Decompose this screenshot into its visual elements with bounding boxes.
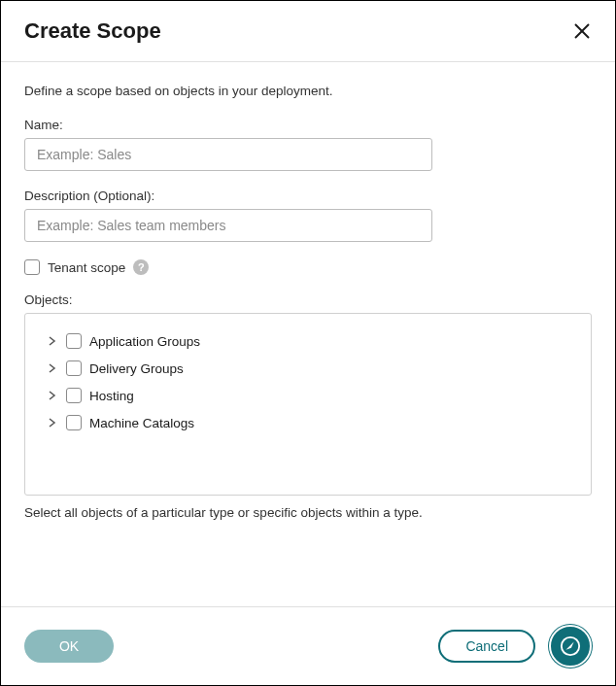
close-button[interactable] (572, 21, 592, 41)
dialog-body: Define a scope based on objects in your … (1, 62, 615, 530)
help-icon[interactable]: ? (133, 259, 149, 275)
object-row-machine-catalogs: Machine Catalogs (41, 409, 575, 436)
intro-text: Define a scope based on objects in your … (24, 84, 592, 98)
chevron-right-icon[interactable] (47, 417, 58, 429)
object-label: Hosting (89, 389, 134, 403)
name-input[interactable] (24, 138, 432, 171)
object-label: Delivery Groups (89, 361, 184, 376)
footer-right: Cancel (438, 625, 592, 668)
chevron-right-icon[interactable] (47, 362, 58, 374)
object-checkbox[interactable] (66, 333, 82, 349)
description-label: Description (Optional): (24, 189, 592, 203)
tenant-scope-row: Tenant scope ? (24, 259, 592, 275)
name-label: Name: (24, 118, 592, 132)
navigate-fab[interactable] (549, 625, 592, 668)
dialog-footer: OK Cancel (1, 606, 615, 685)
ok-button[interactable]: OK (24, 630, 114, 663)
object-row-application-groups: Application Groups (41, 327, 575, 355)
object-checkbox[interactable] (66, 415, 82, 430)
object-row-delivery-groups: Delivery Groups (41, 355, 575, 382)
dialog-header: Create Scope (1, 1, 615, 62)
object-label: Machine Catalogs (89, 416, 194, 430)
helper-text: Select all objects of a particular type … (24, 505, 592, 520)
tenant-scope-label: Tenant scope (48, 260, 125, 275)
objects-box: Application Groups Delivery Groups Hosti… (24, 313, 592, 496)
dialog-title: Create Scope (24, 18, 161, 44)
objects-label: Objects: (24, 292, 592, 307)
object-label: Application Groups (89, 334, 200, 349)
navigate-icon (560, 635, 581, 657)
close-icon (573, 22, 591, 40)
tenant-scope-checkbox[interactable] (24, 259, 40, 275)
object-checkbox[interactable] (66, 360, 82, 376)
description-input[interactable] (24, 209, 432, 242)
chevron-right-icon[interactable] (47, 390, 58, 401)
cancel-button[interactable]: Cancel (438, 630, 535, 663)
object-checkbox[interactable] (66, 388, 82, 403)
object-row-hosting: Hosting (41, 382, 575, 409)
chevron-right-icon[interactable] (47, 335, 58, 347)
